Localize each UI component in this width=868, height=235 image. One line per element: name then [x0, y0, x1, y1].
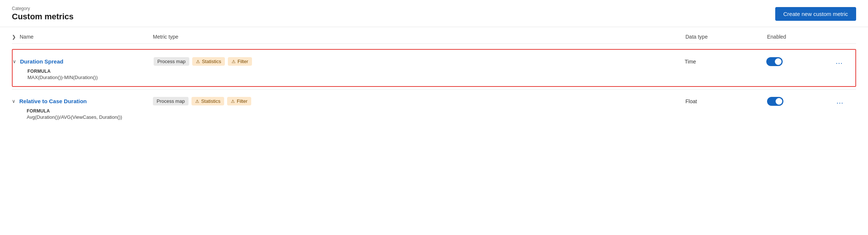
table-row: ∨ Relative to Case Duration Process map … [12, 89, 856, 126]
badge-statistics-0: ⚠ Statistics [192, 57, 225, 66]
warning-icon: ⚠ [231, 99, 235, 104]
col-data-type-label: Data type [685, 34, 767, 40]
page-header: Category Custom metrics Create new custo… [0, 0, 868, 27]
badge-filter-0: ⚠ Filter [228, 57, 252, 66]
expand-all-icon[interactable]: ❯ [12, 34, 16, 40]
create-custom-metric-button[interactable]: Create new custom metric [775, 7, 856, 21]
col-enabled-label: Enabled [767, 34, 834, 40]
col-metric-type-label: Metric type [153, 34, 685, 40]
enabled-cell-0 [766, 57, 833, 66]
badge-label: Statistics [202, 59, 221, 64]
badge-label: Process map [157, 59, 186, 64]
table-row: ∨ Duration Spread Process map ⚠ Statisti… [12, 49, 856, 87]
page-title: Custom metrics [12, 12, 73, 22]
row-sub-duration-spread: FORMULA MAX(Duration())-MIN(Duration()) [13, 69, 855, 86]
badge-label: Statistics [201, 98, 220, 104]
enabled-toggle-0[interactable] [766, 57, 783, 66]
metric-type-cell: Process map ⚠ Statistics ⚠ Filter [154, 57, 685, 66]
badge-statistics-1: ⚠ Statistics [191, 97, 224, 105]
badge-label: Process map [157, 98, 185, 104]
more-actions-button-0[interactable]: … [833, 56, 845, 66]
badge-label: Filter [238, 59, 248, 64]
row-main-duration-spread: ∨ Duration Spread Process map ⚠ Statisti… [13, 50, 855, 69]
more-actions-button-1[interactable]: … [834, 96, 846, 106]
badge-process-map-1: Process map [153, 97, 189, 105]
enabled-cell-1 [767, 97, 834, 106]
badge-process-map-0: Process map [154, 57, 189, 66]
data-type-cell-1: Float [685, 98, 767, 104]
warning-icon: ⚠ [195, 99, 199, 104]
col-name-label: Name [20, 34, 33, 40]
row-sub-relative-to-case: FORMULA Avg(Duration())/AVG(ViewCases, D… [12, 108, 856, 126]
badge-filter-1: ⚠ Filter [227, 97, 251, 105]
badge-label: Filter [237, 98, 248, 104]
formula-label-1: FORMULA [27, 108, 856, 114]
row-expand-icon[interactable]: ∨ [13, 59, 16, 64]
formula-value-1: Avg(Duration())/AVG(ViewCases, Duration(… [27, 114, 856, 120]
enabled-toggle-1[interactable] [767, 97, 783, 106]
data-type-cell-0: Time [685, 59, 766, 65]
more-actions-cell-1: … [834, 96, 856, 106]
row-expand-icon[interactable]: ∨ [12, 98, 16, 104]
metric-name-duration-spread[interactable]: Duration Spread [20, 58, 63, 65]
category-label: Category [12, 6, 73, 11]
warning-icon: ⚠ [196, 59, 200, 64]
row-main-relative-to-case: ∨ Relative to Case Duration Process map … [12, 89, 856, 108]
metrics-table: ❯ Name Metric type Data type Enabled ∨ D… [0, 27, 868, 126]
name-cell: ∨ Relative to Case Duration [12, 98, 153, 104]
more-actions-cell-0: … [833, 56, 855, 66]
metric-type-cell: Process map ⚠ Statistics ⚠ Filter [153, 97, 685, 105]
formula-value-0: MAX(Duration())-MIN(Duration()) [27, 75, 855, 80]
formula-label-0: FORMULA [27, 69, 855, 74]
metric-name-relative-to-case[interactable]: Relative to Case Duration [19, 98, 87, 104]
header-left: Category Custom metrics [12, 6, 73, 22]
warning-icon: ⚠ [232, 59, 236, 64]
col-actions-label [834, 34, 856, 40]
table-header-name: ❯ Name [12, 34, 153, 40]
table-header-row: ❯ Name Metric type Data type Enabled [12, 27, 856, 44]
name-cell: ∨ Duration Spread [13, 58, 154, 65]
